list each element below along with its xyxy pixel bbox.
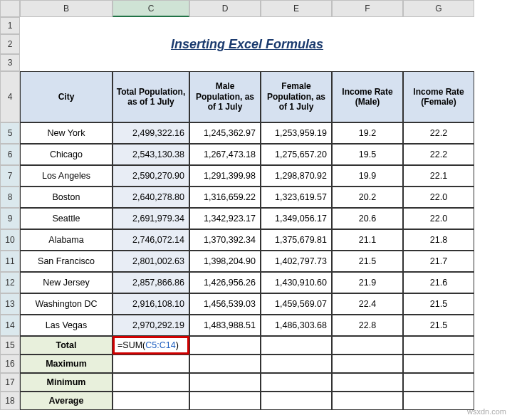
select-all-corner[interactable]: [0, 0, 20, 17]
empty-summary-cell[interactable]: [189, 373, 261, 392]
cell-incmale[interactable]: 19.2: [332, 122, 403, 144]
cell-female[interactable]: 1,459,569.07: [261, 293, 332, 315]
cell-total[interactable]: 2,746,072.14: [113, 229, 189, 251]
cell-city[interactable]: Chicago: [20, 144, 113, 165]
row-header-16[interactable]: 16: [0, 355, 20, 373]
cell-male[interactable]: 1,291,399.98: [189, 165, 261, 187]
empty-cell[interactable]: [261, 54, 332, 71]
cell-city[interactable]: New Jersey: [20, 272, 113, 293]
empty-summary-cell[interactable]: [403, 336, 474, 355]
empty-summary-cell[interactable]: [332, 336, 403, 355]
cell-incfemale[interactable]: 21.7: [403, 251, 474, 272]
empty-summary-cell[interactable]: [403, 355, 474, 373]
empty-summary-cell[interactable]: [332, 373, 403, 392]
cell-incmale[interactable]: 22.8: [332, 315, 403, 336]
empty-cell[interactable]: [332, 54, 403, 71]
cell-female[interactable]: 1,430,910.60: [261, 272, 332, 293]
cell-incmale[interactable]: 19.9: [332, 165, 403, 187]
empty-cell[interactable]: [20, 17, 113, 34]
cell-city[interactable]: Washington DC: [20, 293, 113, 315]
cell-incfemale[interactable]: 22.2: [403, 144, 474, 165]
cell-male[interactable]: 1,370,392.34: [189, 229, 261, 251]
row-header-14[interactable]: 14: [0, 315, 20, 336]
empty-cell[interactable]: [403, 17, 474, 34]
cell-female[interactable]: 1,375,679.81: [261, 229, 332, 251]
empty-summary-cell[interactable]: [113, 355, 189, 373]
cell-city[interactable]: Alabama: [20, 229, 113, 251]
empty-summary-cell[interactable]: [261, 336, 332, 355]
col-header-G[interactable]: G: [403, 0, 474, 17]
cell-female[interactable]: 1,402,797.73: [261, 251, 332, 272]
cell-male[interactable]: 1,398,204.90: [189, 251, 261, 272]
row-header-7[interactable]: 7: [0, 165, 20, 187]
cell-male[interactable]: 1,342,923.17: [189, 208, 261, 229]
col-header-E[interactable]: E: [261, 0, 332, 17]
empty-cell[interactable]: [332, 17, 403, 34]
cell-city[interactable]: Boston: [20, 187, 113, 208]
row-header-3[interactable]: 3: [0, 54, 20, 71]
cell-incmale[interactable]: 20.2: [332, 187, 403, 208]
cell-city[interactable]: New York: [20, 122, 113, 144]
cell-female[interactable]: 1,298,870.92: [261, 165, 332, 187]
cell-male[interactable]: 1,483,988.51: [189, 315, 261, 336]
empty-summary-cell[interactable]: [332, 392, 403, 410]
cell-incmale[interactable]: 21.9: [332, 272, 403, 293]
col-header-B[interactable]: B: [20, 0, 113, 17]
row-header-2[interactable]: 2: [0, 34, 20, 54]
empty-summary-cell[interactable]: [332, 355, 403, 373]
empty-cell[interactable]: [189, 54, 261, 71]
row-header-13[interactable]: 13: [0, 293, 20, 315]
cell-total[interactable]: 2,970,292.19: [113, 315, 189, 336]
col-header-C[interactable]: C: [113, 0, 189, 17]
empty-summary-cell[interactable]: [113, 373, 189, 392]
empty-cell[interactable]: [113, 54, 189, 71]
cell-incmale[interactable]: 19.5: [332, 144, 403, 165]
empty-cell[interactable]: [20, 54, 113, 71]
row-header-15[interactable]: 15: [0, 336, 20, 355]
cell-incfemale[interactable]: 21.6: [403, 272, 474, 293]
cell-incfemale[interactable]: 22.2: [403, 122, 474, 144]
empty-cell[interactable]: [403, 54, 474, 71]
empty-cell[interactable]: [189, 17, 261, 34]
empty-summary-cell[interactable]: [189, 355, 261, 373]
row-header-17[interactable]: 17: [0, 373, 20, 392]
cell-city[interactable]: Las Vegas: [20, 315, 113, 336]
cell-total[interactable]: 2,857,866.86: [113, 272, 189, 293]
row-header-10[interactable]: 10: [0, 229, 20, 251]
cell-total[interactable]: 2,916,108.10: [113, 293, 189, 315]
row-header-18[interactable]: 18: [0, 392, 20, 410]
empty-summary-cell[interactable]: [189, 392, 261, 410]
row-header-12[interactable]: 12: [0, 272, 20, 293]
cell-incmale[interactable]: 21.1: [332, 229, 403, 251]
cell-incmale[interactable]: 22.4: [332, 293, 403, 315]
empty-cell[interactable]: [113, 17, 189, 34]
cell-incfemale[interactable]: 21.8: [403, 229, 474, 251]
empty-summary-cell[interactable]: [189, 336, 261, 355]
cell-male[interactable]: 1,316,659.22: [189, 187, 261, 208]
row-header-11[interactable]: 11: [0, 251, 20, 272]
col-header-F[interactable]: F: [332, 0, 403, 17]
cell-female[interactable]: 1,253,959.19: [261, 122, 332, 144]
empty-summary-cell[interactable]: [113, 392, 189, 410]
cell-total[interactable]: 2,590,270.90: [113, 165, 189, 187]
cell-male[interactable]: 1,426,956.26: [189, 272, 261, 293]
empty-summary-cell[interactable]: [261, 355, 332, 373]
row-header-6[interactable]: 6: [0, 144, 20, 165]
cell-incfemale[interactable]: 21.5: [403, 315, 474, 336]
cell-female[interactable]: 1,323,619.57: [261, 187, 332, 208]
empty-summary-cell[interactable]: [403, 392, 474, 410]
row-header-9[interactable]: 9: [0, 208, 20, 229]
cell-incfemale[interactable]: 22.1: [403, 165, 474, 187]
cell-incfemale[interactable]: 22.0: [403, 187, 474, 208]
cell-male[interactable]: 1,456,539.03: [189, 293, 261, 315]
cell-total[interactable]: 2,499,322.16: [113, 122, 189, 144]
cell-incfemale[interactable]: 22.0: [403, 208, 474, 229]
cell-incmale[interactable]: 21.5: [332, 251, 403, 272]
cell-city[interactable]: Seattle: [20, 208, 113, 229]
cell-female[interactable]: 1,275,657.20: [261, 144, 332, 165]
cell-total[interactable]: 2,640,278.80: [113, 187, 189, 208]
cell-incmale[interactable]: 20.6: [332, 208, 403, 229]
row-header-5[interactable]: 5: [0, 122, 20, 144]
cell-total[interactable]: 2,543,130.38: [113, 144, 189, 165]
empty-summary-cell[interactable]: [261, 373, 332, 392]
